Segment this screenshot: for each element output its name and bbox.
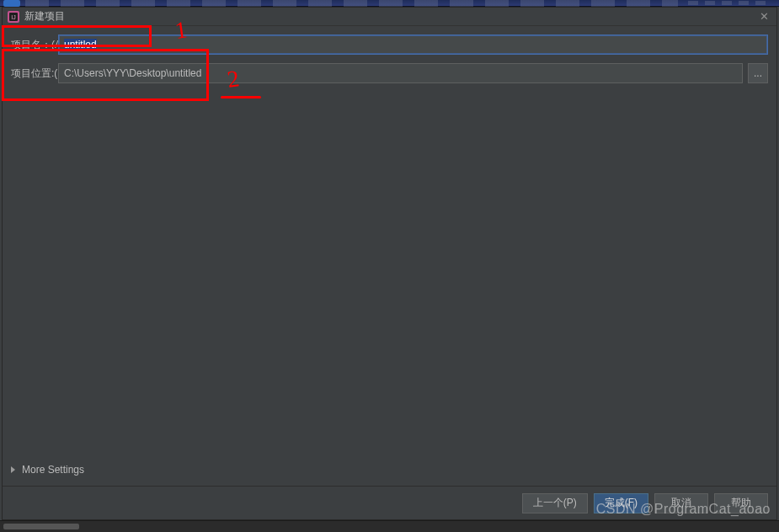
dialog-title: 新建项目 — [24, 9, 65, 24]
app-icon: IJ — [8, 11, 19, 23]
bg-right-items — [688, 1, 772, 5]
bottom-scrollbar[interactable] — [0, 520, 779, 532]
previous-button[interactable]: 上一个(P) — [522, 493, 588, 513]
close-icon[interactable]: ✕ — [756, 9, 771, 24]
project-location-row: 项目位置:(L) ... — [11, 63, 768, 83]
more-settings-toggle[interactable]: More Settings — [11, 460, 768, 482]
dialog-footer: 上一个(P) 完成(F) 取消 帮助 — [3, 486, 776, 519]
project-location-label: 项目位置:(L) — [11, 66, 58, 81]
help-button[interactable]: 帮助 — [714, 493, 768, 513]
browse-button[interactable]: ... — [748, 63, 768, 83]
content-spacer — [11, 92, 768, 460]
bg-app-icon — [3, 0, 20, 7]
project-location-input[interactable] — [58, 63, 743, 83]
project-name-input[interactable] — [58, 35, 768, 55]
finish-button[interactable]: 完成(F) — [594, 493, 648, 513]
dialog-titlebar: IJ 新建项目 ✕ — [3, 8, 776, 26]
svg-text:IJ: IJ — [11, 14, 15, 20]
scrollbar-thumb[interactable] — [3, 524, 79, 529]
bg-menu-items — [25, 0, 678, 7]
dialog-content: 项目名：(A) 项目位置:(L) ... More Settings — [3, 26, 776, 486]
project-name-row: 项目名：(A) — [11, 35, 768, 55]
cancel-button[interactable]: 取消 — [654, 493, 708, 513]
project-name-label: 项目名：(A) — [11, 38, 58, 52]
chevron-right-icon — [11, 466, 15, 473]
new-project-dialog: IJ 新建项目 ✕ 项目名：(A) 项目位置:(L) ... More Sett… — [2, 7, 777, 520]
background-menubar — [0, 0, 779, 7]
more-settings-label: More Settings — [22, 464, 84, 476]
